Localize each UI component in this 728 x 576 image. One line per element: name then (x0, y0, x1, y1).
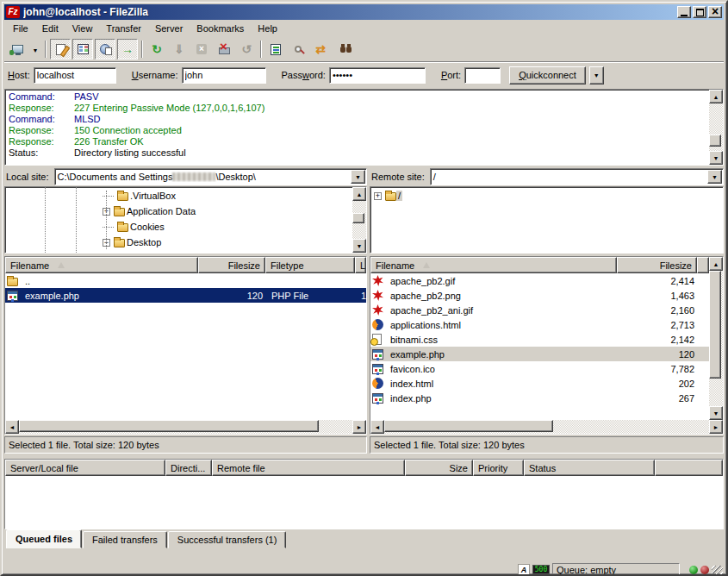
site-manager-dropdown-button[interactable] (29, 39, 41, 59)
resize-grip[interactable] (712, 566, 723, 576)
file-row[interactable]: apache_pb2_ani.gif 2,160 (370, 303, 709, 317)
scrollbar-thumb[interactable] (709, 271, 721, 379)
disconnect-button[interactable] (214, 39, 234, 59)
combo-dropdown-button[interactable] (707, 170, 722, 184)
quickconnect-dropdown-button[interactable] (589, 66, 604, 85)
column-size[interactable]: Size (405, 460, 473, 476)
refresh-button[interactable]: ↻ (146, 39, 167, 59)
directory-comparison-button[interactable] (288, 39, 308, 59)
scroll-up-button[interactable] (709, 257, 723, 271)
combo-dropdown-button[interactable] (351, 170, 365, 184)
toggle-queue-button[interactable]: → (117, 39, 138, 59)
minimize-button[interactable] (677, 6, 691, 18)
file-row[interactable]: .. (5, 273, 366, 288)
menu-help[interactable]: Help (251, 22, 284, 35)
column-filesize[interactable]: Filesize (617, 257, 697, 273)
file-name: apache_pb2_ani.gif (386, 305, 619, 316)
menu-file[interactable]: File (6, 22, 35, 35)
menu-transfer[interactable]: Transfer (99, 22, 148, 35)
tab-failed-transfers[interactable]: Failed transfers (83, 531, 167, 548)
tree-item[interactable]: Cookies (5, 219, 352, 235)
file-row[interactable]: apache_pb2.png 1,463 (370, 288, 709, 303)
queue-status: Queue: empty (552, 563, 680, 576)
remote-site-combobox[interactable]: / (430, 168, 724, 185)
find-files-button[interactable] (333, 39, 353, 59)
file-size: 202 (619, 379, 699, 389)
scroll-up-button[interactable] (709, 90, 723, 103)
scroll-down-button[interactable] (709, 151, 723, 165)
remote-horizontal-scrollbar[interactable] (370, 420, 723, 434)
scroll-left-button[interactable] (370, 420, 384, 434)
password-input[interactable] (329, 67, 426, 84)
remote-vertical-scrollbar[interactable] (709, 257, 723, 420)
column-status[interactable]: Status (524, 460, 655, 476)
scroll-down-button[interactable] (709, 406, 723, 420)
scroll-right-button[interactable] (352, 420, 366, 434)
sort-ascending-icon (423, 262, 430, 268)
scrollbar-thumb[interactable] (352, 213, 364, 223)
column-remote-file[interactable]: Remote file (212, 460, 405, 476)
synchronized-browsing-button[interactable]: ⇄ (310, 39, 331, 59)
local-horizontal-scrollbar[interactable] (5, 420, 366, 434)
column-direction[interactable]: Directi... (165, 460, 212, 476)
menu-view[interactable]: View (65, 22, 100, 35)
log-vertical-scrollbar[interactable] (709, 90, 723, 165)
scroll-up-button[interactable] (352, 187, 366, 201)
site-manager-button[interactable] (7, 39, 28, 59)
magnifier-icon (295, 46, 302, 53)
file-row[interactable]: favicon.ico 7,782 (370, 361, 709, 376)
cancel-button (191, 39, 212, 59)
column-filename[interactable]: Filename (5, 257, 198, 273)
host-input[interactable] (34, 67, 116, 84)
scrollbar-thumb[interactable] (384, 420, 553, 432)
local-tree-scrollbar[interactable] (352, 187, 366, 253)
toolbar-separator (45, 41, 47, 58)
username-input[interactable] (182, 67, 266, 84)
toggle-local-tree-button[interactable] (72, 39, 93, 59)
port-input[interactable] (464, 67, 501, 84)
file-row[interactable]: applications.html 2,713 (370, 317, 709, 332)
column-server-local-file[interactable]: Server/Local file (5, 460, 165, 476)
tree-item[interactable]: Application Data (5, 203, 352, 219)
password-label: Password: (282, 70, 326, 80)
file-row[interactable]: apache_pb2.gif 2,414 (370, 273, 709, 288)
file-row[interactable]: bitnami.css 2,142 (370, 332, 709, 347)
redacted-username (172, 172, 215, 181)
tree-item[interactable]: .VirtualBox (5, 188, 352, 203)
scrollbar-thumb[interactable] (19, 420, 319, 432)
scrollbar-thumb[interactable] (709, 135, 721, 147)
tab-successful-transfers[interactable]: Successful transfers (1) (168, 531, 287, 548)
tree-item[interactable]: Desktop (5, 235, 352, 250)
file-row-selected[interactable]: example.php 120 (370, 347, 709, 361)
queue-list[interactable] (5, 476, 723, 529)
file-type: PHP File (267, 291, 357, 301)
toggle-remote-tree-button[interactable] (95, 39, 115, 59)
toggle-message-log-button[interactable] (50, 39, 71, 59)
maximize-button[interactable] (693, 6, 706, 18)
tree-item[interactable]: / (370, 188, 723, 203)
expand-plus-icon[interactable] (374, 192, 382, 200)
column-filesize[interactable]: Filesize (198, 257, 265, 273)
local-site-combobox[interactable]: C:\Documents and Settings\Desktop\ (54, 168, 367, 185)
quickconnect-button[interactable]: Quickconnect (509, 66, 586, 85)
file-row-selected[interactable]: example.php 120 PHP File 1 (5, 288, 366, 303)
tab-queued-files[interactable]: Queued files (6, 529, 82, 548)
scroll-left-button[interactable] (5, 420, 19, 434)
scroll-down-button[interactable] (352, 239, 366, 253)
speed-limit-icon[interactable] (532, 565, 550, 574)
remote-file-list: apache_pb2.gif 2,414 apache_pb2.png 1,46… (370, 273, 709, 420)
filters-button[interactable] (265, 39, 286, 59)
column-priority[interactable]: Priority (473, 460, 524, 476)
file-row[interactable]: index.php 267 (370, 391, 709, 405)
status-bar: Queue: empty (4, 562, 724, 576)
process-queue-icon: ⇓ (174, 43, 184, 55)
column-last-modified[interactable]: L (355, 257, 366, 273)
menu-edit[interactable]: Edit (35, 22, 65, 35)
close-button[interactable] (708, 6, 722, 18)
menu-bookmarks[interactable]: Bookmarks (190, 22, 251, 35)
scroll-right-button[interactable] (709, 420, 723, 434)
column-filetype[interactable]: Filetype (265, 257, 355, 273)
menu-server[interactable]: Server (148, 22, 190, 35)
column-filename[interactable]: Filename (370, 257, 617, 273)
file-row[interactable]: index.html 202 (370, 376, 709, 391)
